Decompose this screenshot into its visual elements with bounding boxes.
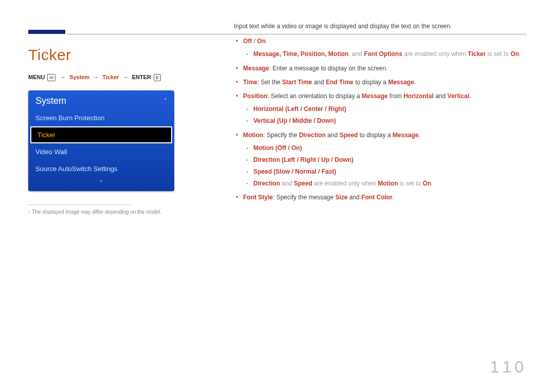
em-horizontal: Horizontal bbox=[403, 92, 434, 100]
t: is set to bbox=[398, 180, 423, 187]
bullet-time: Time: Set the Start Time and End Time to… bbox=[243, 78, 527, 87]
t: and bbox=[312, 79, 326, 86]
em-font-options: Font Options bbox=[364, 50, 402, 58]
t: . bbox=[431, 180, 433, 187]
em-ticker: Ticker bbox=[468, 50, 486, 58]
t: and bbox=[326, 132, 340, 139]
osd-footer: ˅ bbox=[28, 177, 174, 191]
osd-header: System ˄ bbox=[28, 90, 174, 109]
osd-item-video-wall[interactable]: Video Wall bbox=[28, 143, 174, 160]
opt: Speed (Slow / Normal / Fast) bbox=[253, 168, 336, 175]
em-speed: Speed bbox=[294, 180, 312, 187]
t: and bbox=[280, 180, 294, 187]
t: : Specify the message bbox=[273, 194, 335, 201]
em-direction: Direction bbox=[299, 132, 326, 139]
arrow-icon: → bbox=[93, 74, 99, 80]
header-rule bbox=[67, 34, 527, 34]
em-direction: Direction bbox=[253, 180, 280, 187]
em-on: On bbox=[423, 180, 432, 187]
chevron-down-icon[interactable]: ˅ bbox=[100, 180, 103, 187]
t: : Enter a message to display on the scre… bbox=[269, 65, 388, 72]
sub-motion: Motion (Off / On) bbox=[253, 143, 527, 153]
chevron-up-icon[interactable]: ˄ bbox=[164, 98, 167, 105]
t: and bbox=[434, 92, 448, 100]
em-size: Size bbox=[335, 194, 347, 201]
t: and bbox=[347, 194, 361, 201]
em-motion: Motion bbox=[378, 180, 398, 187]
arrow-icon: → bbox=[60, 74, 66, 80]
sub-motion-note: Direction and Speed are enabled only whe… bbox=[253, 179, 527, 189]
intro-text: Input text while a video or image is dis… bbox=[234, 22, 527, 31]
osd-item-ticker[interactable]: Ticker bbox=[30, 126, 172, 143]
opt: Vertical (Up / Middle / Down) bbox=[253, 117, 336, 124]
t: . bbox=[419, 132, 420, 139]
arrow-icon: → bbox=[123, 74, 128, 80]
opt: Direction (Left / Right / Up / Down) bbox=[253, 156, 354, 163]
right-column: Input text while a video or image is dis… bbox=[234, 21, 527, 203]
nav-ticker: Ticker bbox=[102, 74, 119, 80]
nav-system: System bbox=[69, 74, 89, 80]
sub-enabled-note: Message, Time, Position, Motion, and Fon… bbox=[253, 49, 527, 59]
label: Position bbox=[243, 92, 267, 100]
feature-list: Off / On Message, Time, Position, Motion… bbox=[234, 36, 527, 202]
osd-item-screen-burn[interactable]: Screen Burn Protection bbox=[28, 109, 174, 126]
section-marker bbox=[28, 30, 65, 34]
page-number: 110 bbox=[490, 358, 527, 377]
em-on: On bbox=[510, 50, 519, 58]
em-font-color: Font Color bbox=[361, 194, 393, 201]
enter-icon: E bbox=[154, 74, 161, 81]
breadcrumb: MENU m → System → Ticker → ENTER E bbox=[28, 74, 206, 81]
model-note: -The displayed image may differ dependin… bbox=[28, 209, 206, 215]
menu-icon: m bbox=[47, 74, 55, 81]
opt: Horizontal (Left / Center / Right) bbox=[253, 105, 346, 113]
osd-item-source-autoswitch[interactable]: Source AutoSwitch Settings bbox=[28, 160, 174, 177]
em-speed: Speed bbox=[339, 132, 358, 139]
opt-off: Off bbox=[243, 38, 252, 45]
label: Time bbox=[243, 79, 257, 86]
left-column: Ticker MENU m → System → Ticker → ENTER … bbox=[28, 21, 206, 215]
em-end: End Time bbox=[326, 79, 354, 86]
slash: / bbox=[252, 38, 257, 45]
divider bbox=[28, 204, 131, 205]
t: : Set the bbox=[257, 79, 282, 86]
nav-enter-label: ENTER bbox=[132, 74, 151, 80]
t: . bbox=[469, 92, 471, 100]
em-msg: Message bbox=[388, 79, 414, 86]
bullet-font-style: Font Style: Specify the message Size and… bbox=[243, 193, 527, 202]
sub-vertical: Vertical (Up / Middle / Down) bbox=[253, 116, 527, 126]
t: : Specify the bbox=[263, 132, 299, 139]
t: from bbox=[388, 92, 404, 100]
osd-title: System bbox=[35, 96, 66, 106]
osd-menu: System ˄ Screen Burn Protection Ticker V… bbox=[28, 90, 174, 191]
sub-direction: Direction (Left / Right / Up / Down) bbox=[253, 155, 527, 165]
page-title: Ticker bbox=[28, 46, 206, 64]
t: . bbox=[414, 79, 416, 86]
bullet-message: Message: Enter a message to display on t… bbox=[243, 64, 527, 73]
t: to display a bbox=[354, 79, 388, 86]
t: are enabled only when bbox=[402, 50, 468, 58]
sub-horizontal: Horizontal (Left / Center / Right) bbox=[253, 104, 527, 114]
label: Message bbox=[243, 65, 269, 72]
em-items: Message, Time, Position, Motion bbox=[253, 50, 348, 58]
t: is set to bbox=[486, 50, 510, 58]
opt: Motion (Off / On) bbox=[253, 144, 302, 152]
t: , and bbox=[348, 50, 364, 58]
bullet-off-on: Off / On Message, Time, Position, Motion… bbox=[243, 36, 527, 59]
em-start: Start Time bbox=[282, 79, 312, 86]
em-msg: Message bbox=[362, 92, 388, 100]
t: . bbox=[519, 50, 521, 58]
label: Font Style bbox=[243, 194, 273, 201]
label: Motion bbox=[243, 132, 263, 139]
bullet-position: Position: Select an orientation to displ… bbox=[243, 91, 527, 126]
em-vertical: Vertical bbox=[448, 92, 470, 100]
t: : Select an orientation to display a bbox=[267, 92, 361, 100]
dash-icon: - bbox=[28, 209, 30, 215]
bullet-motion: Motion: Specify the Direction and Speed … bbox=[243, 130, 527, 189]
note-text: The displayed image may differ depending… bbox=[32, 209, 161, 215]
t: to display a bbox=[358, 132, 392, 139]
sub-speed: Speed (Slow / Normal / Fast) bbox=[253, 167, 527, 177]
em-msg: Message bbox=[393, 132, 419, 139]
t: are enabled only when bbox=[312, 180, 378, 187]
page-content: Ticker MENU m → System → Ticker → ENTER … bbox=[0, 0, 555, 230]
nav-menu-label: MENU bbox=[28, 74, 45, 80]
